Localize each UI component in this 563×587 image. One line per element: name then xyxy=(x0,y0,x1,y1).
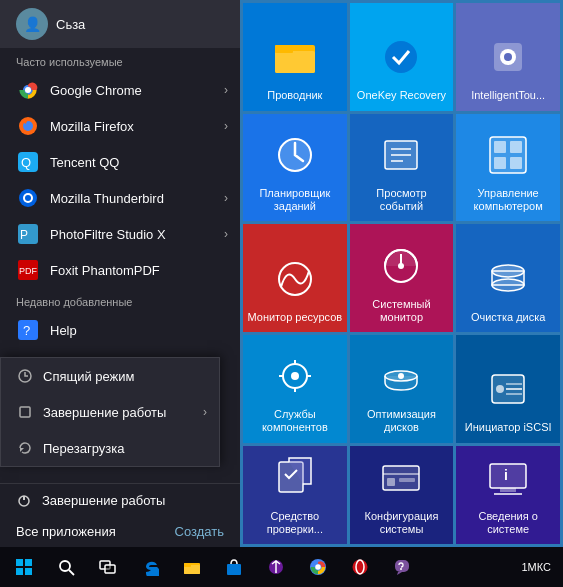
sysmon-tile-icon xyxy=(377,242,425,290)
photofiltre-label: PhotoFiltre Studio X xyxy=(50,227,166,242)
search-icon xyxy=(57,558,75,576)
chrome-taskbar-icon xyxy=(309,558,327,576)
file-explorer-button[interactable] xyxy=(172,547,212,587)
sysmon-tile-label: Системный монитор xyxy=(354,298,450,324)
firefox-label: Mozilla Firefox xyxy=(50,119,134,134)
intellitouch-tile-label: IntelligentTou... xyxy=(471,89,545,102)
intellitouch-tile-icon xyxy=(484,33,532,81)
shutdown-menu-button[interactable]: Завершение работы › xyxy=(1,394,219,430)
services-tile-icon xyxy=(271,352,319,400)
resmon-tile-icon xyxy=(271,255,319,303)
tile-sysmon[interactable]: Системный монитор xyxy=(350,224,454,332)
svg-rect-16 xyxy=(20,407,30,417)
manage-tile-icon xyxy=(484,131,532,179)
app-photofiltre[interactable]: P PhotoFiltre Studio X › xyxy=(0,216,240,252)
config-tile-label: Конфигурация системы xyxy=(354,510,450,536)
tile-intellitouch[interactable]: IntelligentTou... xyxy=(456,3,560,111)
explorer-tile-label: Проводник xyxy=(267,89,322,102)
svg-rect-54 xyxy=(387,478,395,486)
task-view-button[interactable] xyxy=(88,547,128,587)
svg-rect-20 xyxy=(275,45,293,53)
tile-sysinfo[interactable]: i Сведения о системе xyxy=(456,446,560,544)
svg-rect-67 xyxy=(105,565,115,573)
avatar: 👤 xyxy=(16,8,48,40)
config-tile-icon xyxy=(377,454,425,502)
checkdisk-tile-label: Средство проверки... xyxy=(247,510,343,536)
svg-rect-19 xyxy=(275,51,315,73)
tile-events[interactable]: Просмотр событий xyxy=(350,114,454,222)
user-area[interactable]: 👤 Сьза xyxy=(0,0,240,48)
app-firefox[interactable]: Mozilla Firefox › xyxy=(0,108,240,144)
tile-config[interactable]: Конфигурация системы xyxy=(350,446,454,544)
thunderbird-label: Mozilla Thunderbird xyxy=(50,191,164,206)
search-button[interactable] xyxy=(46,547,86,587)
scheduler-tile-label: Планировщик заданий xyxy=(247,187,343,213)
svg-rect-31 xyxy=(494,141,506,153)
tiles-panel: Проводник OneKey Recovery IntelligentTou… xyxy=(240,0,563,547)
svg-rect-61 xyxy=(25,559,32,566)
help-icon: ? xyxy=(16,318,40,342)
svg-line-65 xyxy=(69,570,74,575)
app1-button[interactable] xyxy=(256,547,296,587)
events-tile-label: Просмотр событий xyxy=(354,187,450,213)
tile-optdisk[interactable]: Оптимизация дисков xyxy=(350,335,454,443)
app-chrome[interactable]: Google Chrome › xyxy=(0,72,240,108)
restart-icon xyxy=(17,440,33,456)
power-menu: Спящий режим Завершение работы › Перезаг… xyxy=(0,357,220,467)
svg-point-78 xyxy=(400,568,402,570)
svg-rect-55 xyxy=(399,478,415,482)
taskbar: 1МКС xyxy=(0,547,563,587)
start-button[interactable] xyxy=(4,547,44,587)
sysinfo-tile-icon: i xyxy=(484,454,532,502)
resmon-tile-label: Монитор ресурсов xyxy=(248,311,343,324)
foxit-icon: PDF xyxy=(16,258,40,282)
chrome-taskbar-button[interactable] xyxy=(298,547,338,587)
app-qq[interactable]: Q Tencent QQ xyxy=(0,144,240,180)
file-explorer-icon xyxy=(183,558,201,576)
store-button[interactable] xyxy=(214,547,254,587)
tile-cleandisk[interactable]: Очистка диска xyxy=(456,224,560,332)
tile-resmon[interactable]: Монитор ресурсов xyxy=(243,224,347,332)
create-link[interactable]: Создать xyxy=(175,524,224,539)
tile-onekey[interactable]: OneKey Recovery xyxy=(350,3,454,111)
viber-button[interactable] xyxy=(382,547,422,587)
shutdown-menu-label: Завершение работы xyxy=(43,405,166,420)
tile-manage[interactable]: Управление компьютером xyxy=(456,114,560,222)
iscsi-tile-icon xyxy=(484,365,532,413)
svg-point-38 xyxy=(398,263,404,269)
cleandisk-tile-icon xyxy=(484,255,532,303)
all-apps-row[interactable]: Все приложения Создать xyxy=(0,516,240,547)
app-thunderbird[interactable]: Mozilla Thunderbird › xyxy=(0,180,240,216)
tile-services[interactable]: Службы компонентов xyxy=(243,335,347,443)
edge-button[interactable] xyxy=(130,547,170,587)
tile-scheduler[interactable]: Планировщик заданий xyxy=(243,114,347,222)
recent-label: Недавно добавленные xyxy=(0,288,240,312)
help-label: Help xyxy=(50,323,77,338)
tile-iscsi[interactable]: Инициатор iSCSI xyxy=(456,335,560,443)
sleep-button[interactable]: Спящий режим xyxy=(1,358,219,394)
cleandisk-tile-label: Очистка диска xyxy=(471,311,545,324)
svg-text:P: P xyxy=(20,228,28,242)
explorer-tile-icon xyxy=(271,33,319,81)
app-help[interactable]: ? Help xyxy=(0,312,240,348)
restart-button[interactable]: Перезагрузка xyxy=(1,430,219,466)
power-shutdown-button[interactable]: Завершение работы xyxy=(0,484,240,516)
tile-explorer[interactable]: Проводник xyxy=(243,3,347,111)
svg-text:Q: Q xyxy=(21,155,31,170)
onekey-tile-label: OneKey Recovery xyxy=(357,89,446,102)
svg-point-41 xyxy=(492,265,524,277)
qq-label: Tencent QQ xyxy=(50,155,119,170)
svg-rect-62 xyxy=(16,568,23,575)
edge-icon xyxy=(141,558,159,576)
chrome-arrow: › xyxy=(224,83,228,97)
opera-button[interactable] xyxy=(340,547,380,587)
chrome-label: Google Chrome xyxy=(50,83,142,98)
app-foxit[interactable]: PDF Foxit PhantomPDF xyxy=(0,252,240,288)
foxit-label: Foxit PhantomPDF xyxy=(50,263,160,278)
thunderbird-icon xyxy=(16,186,40,210)
svg-point-8 xyxy=(25,195,31,201)
user-name: Сьза xyxy=(56,17,85,32)
onekey-tile-icon xyxy=(377,33,425,81)
tile-checkdisk[interactable]: Средство проверки... xyxy=(243,446,347,544)
scheduler-tile-icon xyxy=(271,131,319,179)
